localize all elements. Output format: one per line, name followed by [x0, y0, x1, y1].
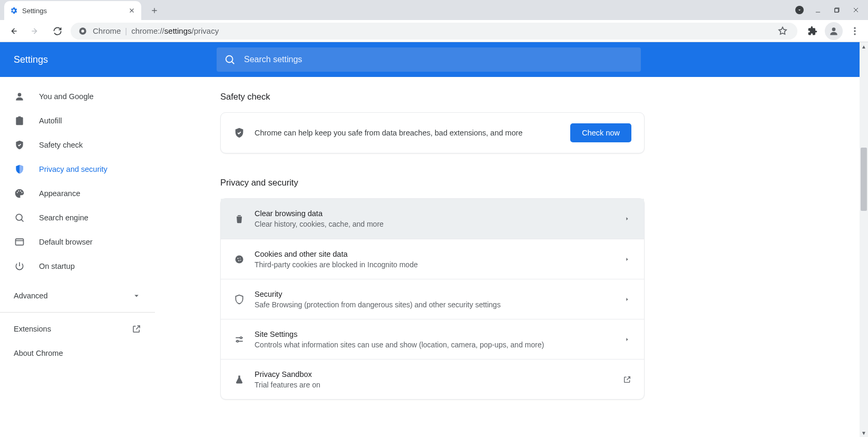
privacy-list-card: Clear browsing data Clear history, cooki…	[220, 198, 645, 400]
svg-point-8	[854, 33, 855, 35]
svg-point-23	[240, 337, 242, 338]
svg-point-14	[20, 190, 21, 191]
sidebar-item-autofill[interactable]: Autofill	[0, 109, 150, 133]
search-settings-input[interactable]	[244, 55, 633, 64]
settings-app: Settings You and Google Autofill Safety …	[0, 42, 868, 437]
svg-point-24	[237, 340, 238, 342]
sidebar-item-about-chrome[interactable]: About Chrome	[0, 341, 155, 365]
svg-point-16	[16, 214, 22, 220]
sidebar-item-you-and-google[interactable]: You and Google	[0, 84, 150, 109]
window-minimize-icon[interactable]	[813, 5, 823, 15]
open-external-icon	[623, 375, 631, 384]
sidebar-item-search-engine[interactable]: Search engine	[0, 206, 150, 230]
forward-button[interactable]	[26, 22, 44, 40]
shield-outline-icon	[233, 294, 245, 305]
profile-avatar-icon[interactable]	[825, 22, 843, 40]
safety-check-row: Chrome can help keep you safe from data …	[221, 113, 644, 153]
sidebar-item-label: On startup	[39, 262, 75, 270]
sidebar-item-default-browser[interactable]: Default browser	[0, 230, 150, 254]
sidebar-item-safety-check[interactable]: Safety check	[0, 133, 150, 157]
new-tab-button[interactable]	[147, 3, 162, 18]
close-tab-icon[interactable]	[128, 6, 136, 15]
sidebar-item-appearance[interactable]: Appearance	[0, 181, 150, 206]
sidebar: You and Google Autofill Safety check Pri…	[0, 77, 155, 437]
svg-point-21	[238, 260, 239, 261]
omnibox-separator: |	[125, 26, 127, 35]
omnibox-url-prefix: chrome://	[131, 26, 164, 35]
shield-check-icon	[233, 127, 245, 139]
row-title: Site Settings	[255, 330, 623, 338]
svg-point-12	[17, 192, 18, 193]
sidebar-item-privacy-security[interactable]: Privacy and security	[0, 157, 150, 181]
check-now-button[interactable]: Check now	[570, 123, 631, 142]
palette-icon	[14, 188, 25, 199]
row-body: Clear browsing data Clear history, cooki…	[255, 209, 623, 228]
app-header: Settings	[0, 42, 868, 77]
svg-rect-17	[16, 239, 24, 245]
sidebar-item-label: Autofill	[39, 116, 62, 125]
tabstrip-right	[795, 0, 868, 20]
row-body: Privacy Sandbox Trial features are on	[255, 370, 623, 389]
svg-point-13	[18, 190, 19, 191]
sidebar-item-on-startup[interactable]: On startup	[0, 254, 150, 278]
svg-point-18	[236, 255, 243, 263]
row-clear-browsing-data[interactable]: Clear browsing data Clear history, cooki…	[221, 199, 644, 239]
omnibox-site: Chrome	[93, 26, 121, 35]
scroll-down-icon[interactable]: ▼	[860, 429, 868, 437]
bookmark-star-icon[interactable]	[775, 24, 790, 38]
extensions-icon[interactable]	[804, 22, 822, 40]
trash-icon	[233, 213, 245, 225]
svg-point-19	[238, 258, 239, 259]
svg-rect-1	[835, 8, 838, 12]
row-sub: Controls what information sites can use …	[255, 341, 623, 349]
row-security[interactable]: Security Safe Browsing (protection from …	[221, 279, 644, 319]
omnibox-url-suffix: /privacy	[192, 26, 219, 35]
search-settings-field[interactable]	[217, 47, 641, 72]
row-title: Cookies and other site data	[255, 250, 623, 258]
omnibox-url-host: settings	[164, 26, 192, 35]
open-external-icon	[132, 324, 141, 334]
scroll-up-icon[interactable]: ▲	[860, 42, 868, 51]
tab-strip: Settings	[0, 0, 868, 20]
search-icon	[224, 54, 236, 65]
chevron-right-icon	[623, 215, 631, 223]
window-maximize-icon[interactable]	[832, 5, 842, 15]
window-close-icon[interactable]	[851, 5, 861, 15]
svg-point-7	[854, 30, 855, 32]
row-sub: Clear history, cookies, cache, and more	[255, 220, 623, 228]
row-title: Privacy Sandbox	[255, 370, 623, 378]
browser-tab-settings[interactable]: Settings	[4, 1, 141, 20]
reload-button[interactable]	[48, 22, 66, 40]
svg-point-4	[81, 30, 84, 32]
account-badge-icon[interactable]	[795, 6, 804, 14]
safety-check-desc: Chrome can help keep you safe from data …	[255, 129, 570, 137]
svg-point-6	[854, 27, 855, 28]
shield-icon	[14, 163, 25, 175]
row-body: Security Safe Browsing (protection from …	[255, 290, 623, 309]
browser-window-icon	[14, 236, 25, 248]
search-icon	[14, 212, 25, 224]
svg-rect-11	[18, 116, 21, 118]
row-title: Clear browsing data	[255, 209, 623, 218]
sliders-icon	[233, 334, 245, 345]
sidebar-item-label: Safety check	[39, 141, 83, 149]
row-cookies[interactable]: Cookies and other site data Third-party …	[221, 239, 644, 279]
sidebar-divider	[0, 312, 155, 313]
back-button[interactable]	[4, 22, 22, 40]
scroll-thumb[interactable]	[861, 148, 867, 211]
address-bar[interactable]: Chrome | chrome://settings/privacy	[71, 23, 797, 40]
app-title: Settings	[14, 54, 48, 65]
svg-point-10	[18, 93, 22, 96]
main-content: Safety check Chrome can help keep you sa…	[155, 77, 868, 437]
chrome-icon	[78, 26, 87, 36]
sidebar-advanced-toggle[interactable]: Advanced	[0, 284, 155, 308]
row-sub: Third-party cookies are blocked in Incog…	[255, 260, 623, 269]
sidebar-item-extensions[interactable]: Extensions	[0, 317, 155, 341]
safety-check-card: Chrome can help keep you safe from data …	[220, 112, 645, 153]
row-site-settings[interactable]: Site Settings Controls what information …	[221, 319, 644, 359]
app-body: You and Google Autofill Safety check Pri…	[0, 77, 868, 437]
row-sub: Safe Browsing (protection from dangerous…	[255, 300, 623, 309]
kebab-menu-icon[interactable]	[846, 22, 864, 40]
row-privacy-sandbox[interactable]: Privacy Sandbox Trial features are on	[221, 359, 644, 399]
vertical-scrollbar[interactable]: ▲ ▼	[860, 42, 868, 437]
